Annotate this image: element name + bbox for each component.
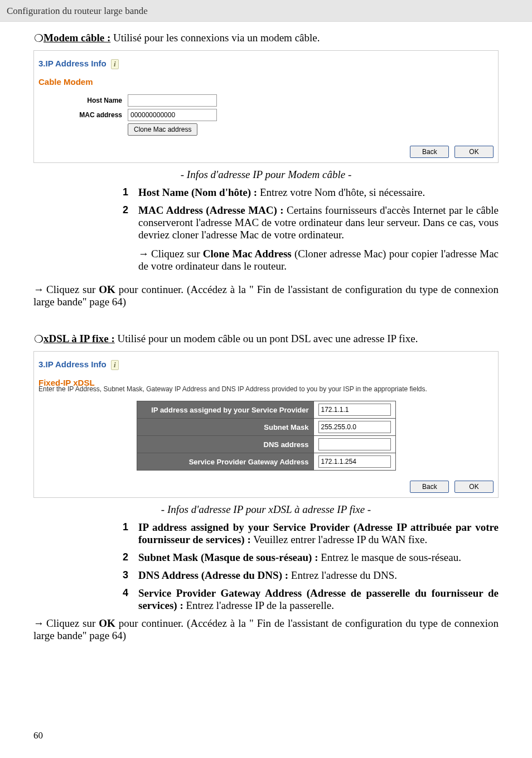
- bullet-marker: ❍: [33, 333, 43, 346]
- list-item-text: Veuillez entrer l'adresse IP du WAN fixe…: [251, 534, 427, 545]
- pane-fixed-ip-xdsl: 3.IP Address Info i Fixed-IP xDSL Enter …: [33, 351, 499, 498]
- list-cable-modem: 1 Host Name (Nom d'hôte) : Entrez votre …: [33, 186, 499, 278]
- list-item-text: Entrez votre Nom d'hôte, si nécessaire.: [257, 186, 425, 198]
- gateway-address-label: Service Provider Gateway Address: [137, 453, 313, 471]
- arrow-icon: →: [138, 248, 149, 260]
- gateway-address-input[interactable]: [318, 455, 391, 468]
- dns-address-input[interactable]: [318, 438, 391, 450]
- ok-continue-note: →Cliquez sur OK pour continuer. (Accédez…: [33, 284, 499, 308]
- page-header: Configuration du routeur large bande: [0, 0, 532, 22]
- ok-continue-note-2: →Cliquez sur OK pour continuer. (Accédez…: [33, 617, 499, 642]
- list-number: 4: [123, 587, 138, 612]
- ok-note-bold-2: OK: [99, 617, 115, 629]
- pane1-title: 3.IP Address Info i: [38, 59, 494, 69]
- table-row: DNS address: [137, 436, 395, 453]
- host-name-input[interactable]: [128, 94, 217, 107]
- list-number: 1: [123, 186, 138, 199]
- mac-address-label: MAC address: [38, 111, 128, 119]
- clone-note-bold: Clone Mac Address: [203, 248, 292, 260]
- bullet-label: Modem câble :: [43, 32, 110, 44]
- bullet-text: Modem câble : Utilisé pour les connexion…: [43, 32, 320, 45]
- ip-address-input[interactable]: [318, 404, 391, 416]
- list-item: 2 Subnet Mask (Masque de sous-réseau) : …: [123, 551, 499, 564]
- back-button[interactable]: Back: [410, 481, 449, 493]
- host-name-label: Host Name: [38, 97, 128, 104]
- list-number: 2: [123, 204, 138, 278]
- ok-button[interactable]: OK: [454, 481, 494, 493]
- list-number: 1: [123, 521, 138, 546]
- bullet-text: xDSL à IP fixe : Utilisé pour un modem c…: [43, 333, 418, 346]
- list-item: 1 Host Name (Nom d'hôte) : Entrez votre …: [123, 186, 499, 199]
- list-item: 3 DNS Address (Adresse du DNS) : Entrez …: [123, 569, 499, 582]
- ok-note-pre: Cliquez sur: [46, 284, 99, 295]
- page-header-text: Configuration du routeur large bande: [7, 6, 148, 16]
- pane1-subtitle: Cable Modem: [38, 77, 494, 87]
- bullet-label: xDSL à IP fixe :: [43, 333, 115, 344]
- clone-note-pre: Cliquez sur: [151, 248, 203, 260]
- ip-address-label: IP address assigned by your Service Prov…: [137, 401, 313, 419]
- arrow-icon: →: [33, 284, 44, 295]
- subnet-mask-label: Subnet Mask: [137, 419, 313, 436]
- list-item: 4 Service Provider Gateway Address (Adre…: [123, 587, 499, 612]
- help-icon[interactable]: i: [111, 360, 119, 370]
- pane2-description: Enter the IP Address, Subnet Mask, Gatew…: [38, 385, 494, 393]
- ok-note-bold: OK: [99, 284, 115, 295]
- pane2-title: 3.IP Address Info i: [38, 359, 494, 370]
- pane-cable-modem: 3.IP Address Info i Cable Modem Host Nam…: [33, 50, 499, 163]
- list-fixed-ip-xdsl: 1 IP address assigned by your Service Pr…: [33, 521, 499, 612]
- ok-button[interactable]: OK: [454, 146, 494, 158]
- caption-cable-modem: - Infos d'adresse IP pour Modem câble -: [33, 169, 499, 181]
- list-item-label: Subnet Mask (Masque de sous-réseau) :: [138, 551, 318, 563]
- arrow-icon: →: [33, 617, 44, 629]
- clone-mac-button[interactable]: Clone Mac address: [128, 123, 197, 136]
- bullet-modem-cable: ❍ Modem câble : Utilisé pour les connexi…: [33, 32, 499, 45]
- dns-address-label: DNS address: [137, 436, 313, 453]
- list-item-text: Entrez l'adresse du DNS.: [288, 569, 397, 581]
- list-item-label: Host Name (Nom d'hôte) :: [138, 186, 257, 198]
- fixed-ip-table: IP address assigned by your Service Prov…: [137, 401, 396, 471]
- page-number: 60: [33, 730, 43, 741]
- bullet-xdsl-fixed-ip: ❍ xDSL à IP fixe : Utilisé pour un modem…: [33, 333, 499, 346]
- table-row: IP address assigned by your Service Prov…: [137, 401, 395, 419]
- caption-fixed-ip-xdsl: - Infos d'adresse IP pour xDSL à adresse…: [33, 503, 499, 516]
- list-item: 1 IP address assigned by your Service Pr…: [123, 521, 499, 546]
- list-item-label: MAC Address (Adresse MAC) :: [138, 204, 284, 216]
- list-number: 3: [123, 569, 138, 582]
- list-number: 2: [123, 551, 138, 564]
- bullet-marker: ❍: [33, 32, 43, 45]
- list-item-text: Entrez le masque de sous-réseau.: [318, 551, 461, 563]
- help-icon[interactable]: i: [111, 59, 119, 69]
- subnet-mask-input[interactable]: [318, 421, 391, 433]
- mac-address-input[interactable]: [128, 109, 217, 121]
- table-row: Service Provider Gateway Address: [137, 453, 395, 471]
- ok-note-pre-2: Cliquez sur: [46, 617, 99, 629]
- bullet-desc: Utilisé pour un modem câble ou un pont D…: [117, 333, 418, 344]
- list-item-text: Entrez l'adresse IP de la passerelle.: [183, 599, 334, 611]
- table-row: Subnet Mask: [137, 419, 395, 436]
- bullet-desc: Utilisé pour les connexions via un modem…: [113, 32, 320, 44]
- list-item: 2 MAC Address (Adresse MAC) : Certains f…: [123, 204, 499, 278]
- list-item-label: DNS Address (Adresse du DNS) :: [138, 569, 288, 581]
- back-button[interactable]: Back: [410, 146, 449, 158]
